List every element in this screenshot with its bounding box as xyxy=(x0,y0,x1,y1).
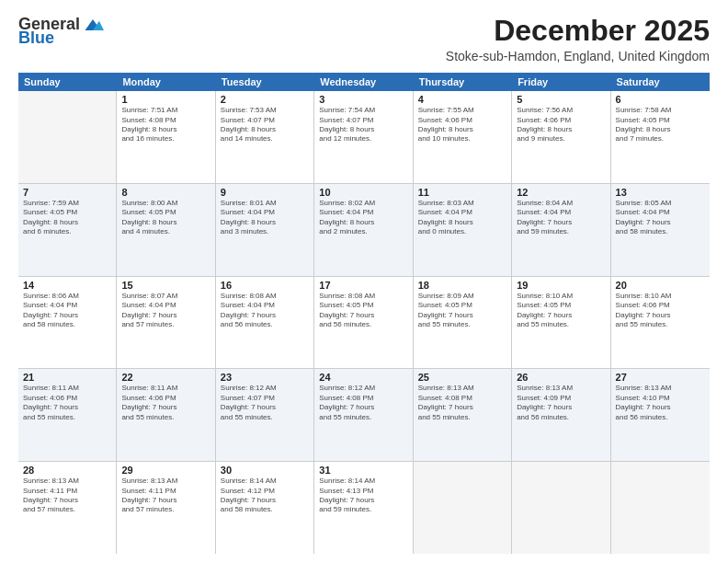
cell-info: Sunrise: 8:06 AMSunset: 4:04 PMDaylight:… xyxy=(23,292,111,330)
calendar-cell-r2-c3: 17Sunrise: 8:08 AMSunset: 4:05 PMDayligh… xyxy=(314,277,413,369)
day-number: 25 xyxy=(418,372,506,383)
cell-info: Sunrise: 8:13 AMSunset: 4:09 PMDaylight:… xyxy=(517,384,605,422)
header-cell-saturday: Saturday xyxy=(611,73,710,91)
cell-info: Sunrise: 8:14 AMSunset: 4:12 PMDaylight:… xyxy=(221,477,309,515)
cell-info: Sunrise: 8:13 AMSunset: 4:08 PMDaylight:… xyxy=(418,384,506,422)
day-number: 29 xyxy=(121,465,210,476)
day-number: 13 xyxy=(616,187,705,198)
cell-info: Sunrise: 8:02 AMSunset: 4:04 PMDaylight:… xyxy=(319,199,407,237)
calendar-cell-r0-c2: 2Sunrise: 7:53 AMSunset: 4:07 PMDaylight… xyxy=(216,91,314,183)
cell-info: Sunrise: 7:55 AMSunset: 4:06 PMDaylight:… xyxy=(418,106,506,144)
calendar-cell-r1-c5: 12Sunrise: 8:04 AMSunset: 4:04 PMDayligh… xyxy=(512,184,610,276)
day-number: 2 xyxy=(221,94,309,105)
cell-info: Sunrise: 8:11 AMSunset: 4:06 PMDaylight:… xyxy=(121,384,210,422)
cell-info: Sunrise: 7:53 AMSunset: 4:07 PMDaylight:… xyxy=(221,106,309,144)
cell-info: Sunrise: 8:04 AMSunset: 4:04 PMDaylight:… xyxy=(517,199,605,237)
cell-info: Sunrise: 8:11 AMSunset: 4:06 PMDaylight:… xyxy=(23,384,111,422)
day-number: 20 xyxy=(616,280,705,291)
day-number: 26 xyxy=(517,372,605,383)
calendar-cell-r3-c3: 24Sunrise: 8:12 AMSunset: 4:08 PMDayligh… xyxy=(314,369,413,461)
cell-info: Sunrise: 8:14 AMSunset: 4:13 PMDaylight:… xyxy=(319,477,407,515)
cell-info: Sunrise: 7:59 AMSunset: 4:05 PMDaylight:… xyxy=(23,199,111,237)
day-number: 14 xyxy=(23,280,111,291)
calendar-cell-r3-c2: 23Sunrise: 8:12 AMSunset: 4:07 PMDayligh… xyxy=(216,369,314,461)
cell-info: Sunrise: 8:07 AMSunset: 4:04 PMDaylight:… xyxy=(121,292,210,330)
calendar-cell-r3-c4: 25Sunrise: 8:13 AMSunset: 4:08 PMDayligh… xyxy=(414,369,512,461)
calendar-row-0: 1Sunrise: 7:51 AMSunset: 4:08 PMDaylight… xyxy=(18,91,710,184)
day-number: 15 xyxy=(121,280,210,291)
day-number: 1 xyxy=(121,94,210,105)
logo-icon xyxy=(82,16,104,34)
cell-info: Sunrise: 8:10 AMSunset: 4:06 PMDaylight:… xyxy=(616,292,705,330)
calendar-cell-r1-c3: 10Sunrise: 8:02 AMSunset: 4:04 PMDayligh… xyxy=(314,184,413,276)
cell-info: Sunrise: 8:13 AMSunset: 4:10 PMDaylight:… xyxy=(616,384,705,422)
calendar-row-2: 14Sunrise: 8:06 AMSunset: 4:04 PMDayligh… xyxy=(18,277,710,370)
cell-info: Sunrise: 8:00 AMSunset: 4:05 PMDaylight:… xyxy=(121,199,210,237)
day-number: 30 xyxy=(221,465,309,476)
logo-blue: Blue xyxy=(18,29,54,48)
cell-info: Sunrise: 7:51 AMSunset: 4:08 PMDaylight:… xyxy=(121,106,210,144)
calendar-cell-r1-c2: 9Sunrise: 8:01 AMSunset: 4:04 PMDaylight… xyxy=(216,184,314,276)
day-number: 3 xyxy=(319,94,407,105)
day-number: 16 xyxy=(221,280,309,291)
cell-info: Sunrise: 8:12 AMSunset: 4:08 PMDaylight:… xyxy=(319,384,407,422)
day-number: 19 xyxy=(517,280,605,291)
header: General Blue December 2025 Stoke-sub-Ham… xyxy=(18,15,710,63)
day-number: 31 xyxy=(319,465,407,476)
day-number: 27 xyxy=(616,372,705,383)
calendar-cell-r1-c4: 11Sunrise: 8:03 AMSunset: 4:04 PMDayligh… xyxy=(414,184,512,276)
cell-info: Sunrise: 7:58 AMSunset: 4:05 PMDaylight:… xyxy=(616,106,705,144)
cell-info: Sunrise: 8:10 AMSunset: 4:05 PMDaylight:… xyxy=(517,292,605,330)
day-number: 18 xyxy=(418,280,506,291)
calendar-cell-r4-c6 xyxy=(611,462,710,554)
calendar-cell-r4-c5 xyxy=(512,462,610,554)
calendar-cell-r2-c5: 19Sunrise: 8:10 AMSunset: 4:05 PMDayligh… xyxy=(512,277,610,369)
calendar-cell-r4-c3: 31Sunrise: 8:14 AMSunset: 4:13 PMDayligh… xyxy=(314,462,413,554)
cell-info: Sunrise: 8:08 AMSunset: 4:05 PMDaylight:… xyxy=(319,292,407,330)
day-number: 11 xyxy=(418,187,506,198)
calendar-cell-r0-c3: 3Sunrise: 7:54 AMSunset: 4:07 PMDaylight… xyxy=(314,91,413,183)
calendar-cell-r3-c6: 27Sunrise: 8:13 AMSunset: 4:10 PMDayligh… xyxy=(611,369,710,461)
calendar-cell-r0-c6: 6Sunrise: 7:58 AMSunset: 4:05 PMDaylight… xyxy=(611,91,710,183)
header-cell-sunday: Sunday xyxy=(18,73,117,91)
cell-info: Sunrise: 7:56 AMSunset: 4:06 PMDaylight:… xyxy=(517,106,605,144)
calendar-cell-r2-c1: 15Sunrise: 8:07 AMSunset: 4:04 PMDayligh… xyxy=(117,277,215,369)
calendar-cell-r1-c6: 13Sunrise: 8:05 AMSunset: 4:04 PMDayligh… xyxy=(611,184,710,276)
subtitle: Stoke-sub-Hamdon, England, United Kingdo… xyxy=(446,49,710,63)
calendar-cell-r3-c0: 21Sunrise: 8:11 AMSunset: 4:06 PMDayligh… xyxy=(18,369,117,461)
calendar-cell-r1-c0: 7Sunrise: 7:59 AMSunset: 4:05 PMDaylight… xyxy=(18,184,117,276)
cell-info: Sunrise: 8:12 AMSunset: 4:07 PMDaylight:… xyxy=(221,384,309,422)
calendar-row-4: 28Sunrise: 8:13 AMSunset: 4:11 PMDayligh… xyxy=(18,462,710,554)
header-cell-monday: Monday xyxy=(117,73,215,91)
calendar-cell-r0-c5: 5Sunrise: 7:56 AMSunset: 4:06 PMDaylight… xyxy=(512,91,610,183)
calendar-cell-r2-c2: 16Sunrise: 8:08 AMSunset: 4:04 PMDayligh… xyxy=(216,277,314,369)
cell-info: Sunrise: 8:01 AMSunset: 4:04 PMDaylight:… xyxy=(221,199,309,237)
calendar-cell-r2-c6: 20Sunrise: 8:10 AMSunset: 4:06 PMDayligh… xyxy=(611,277,710,369)
calendar-cell-r2-c0: 14Sunrise: 8:06 AMSunset: 4:04 PMDayligh… xyxy=(18,277,117,369)
calendar: SundayMondayTuesdayWednesdayThursdayFrid… xyxy=(18,73,710,554)
calendar-cell-r0-c1: 1Sunrise: 7:51 AMSunset: 4:08 PMDaylight… xyxy=(117,91,215,183)
calendar-body: 1Sunrise: 7:51 AMSunset: 4:08 PMDaylight… xyxy=(18,91,710,554)
day-number: 5 xyxy=(517,94,605,105)
cell-info: Sunrise: 7:54 AMSunset: 4:07 PMDaylight:… xyxy=(319,106,407,144)
calendar-cell-r3-c5: 26Sunrise: 8:13 AMSunset: 4:09 PMDayligh… xyxy=(512,369,610,461)
header-cell-tuesday: Tuesday xyxy=(216,73,314,91)
logo: General Blue xyxy=(18,15,104,48)
day-number: 22 xyxy=(121,372,210,383)
cell-info: Sunrise: 8:08 AMSunset: 4:04 PMDaylight:… xyxy=(221,292,309,330)
calendar-cell-r4-c1: 29Sunrise: 8:13 AMSunset: 4:11 PMDayligh… xyxy=(117,462,215,554)
cell-info: Sunrise: 8:03 AMSunset: 4:04 PMDaylight:… xyxy=(418,199,506,237)
page: General Blue December 2025 Stoke-sub-Ham… xyxy=(0,0,728,563)
day-number: 12 xyxy=(517,187,605,198)
day-number: 9 xyxy=(221,187,309,198)
calendar-cell-r4-c4 xyxy=(414,462,512,554)
calendar-cell-r0-c0 xyxy=(18,91,117,183)
day-number: 23 xyxy=(221,372,309,383)
day-number: 21 xyxy=(23,372,111,383)
title-block: December 2025 Stoke-sub-Hamdon, England,… xyxy=(446,15,710,63)
calendar-row-1: 7Sunrise: 7:59 AMSunset: 4:05 PMDaylight… xyxy=(18,184,710,277)
day-number: 8 xyxy=(121,187,210,198)
calendar-cell-r0-c4: 4Sunrise: 7:55 AMSunset: 4:06 PMDaylight… xyxy=(414,91,512,183)
day-number: 7 xyxy=(23,187,111,198)
cell-info: Sunrise: 8:13 AMSunset: 4:11 PMDaylight:… xyxy=(23,477,111,515)
